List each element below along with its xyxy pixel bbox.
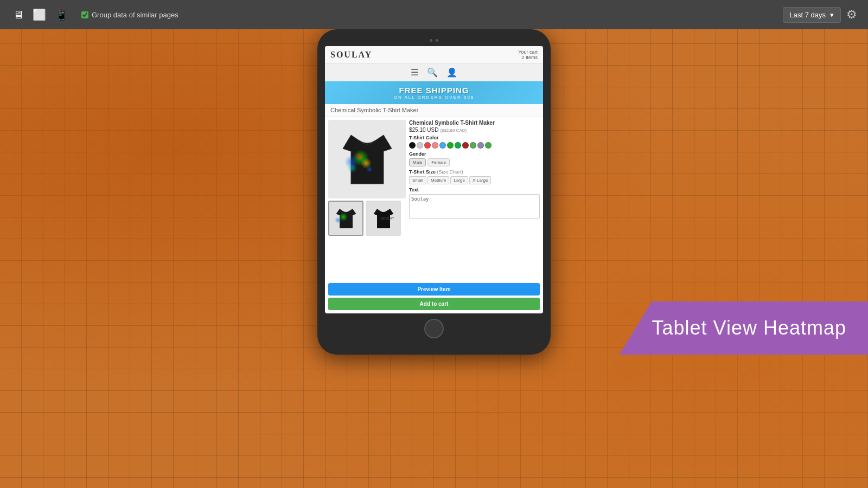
bottom-label-text: Tablet View Heatmap [652, 317, 846, 339]
content-area: SOULAY Your cart 2 Items ☰ 🔍 👤 FREE SHIP… [0, 29, 868, 355]
color-gray[interactable] [417, 142, 423, 149]
tablet-icon[interactable]: ⬜ [30, 6, 48, 23]
gender-male[interactable]: Male [409, 158, 426, 166]
gender-buttons: Male Female [409, 158, 540, 166]
toolbar-right: Last 7 days ▾ ⚙ [783, 7, 858, 23]
size-chart-link[interactable]: (Size Chart) [437, 169, 463, 175]
tablet-home-button[interactable] [424, 319, 444, 338]
text-area-wrap: Soulay [409, 194, 540, 220]
mobile-icon[interactable]: 📱 [53, 6, 71, 23]
add-to-cart-button[interactable]: Add to cart [328, 298, 540, 310]
tablet-device-frame: SOULAY Your cart 2 Items ☰ 🔍 👤 FREE SHIP… [317, 29, 551, 355]
color-swatches [409, 142, 540, 149]
product-image-column: SOULAY [325, 117, 409, 281]
shipping-banner: FREE SHIPPING ON ALL ORDERS OVER 60$ [325, 81, 543, 104]
tablet-camera [430, 39, 438, 42]
camera-dot-1 [430, 39, 432, 42]
size-buttons: Small Medium Large X-Large [409, 176, 540, 184]
chevron-down-icon: ▾ [830, 11, 834, 19]
color-lightgreen[interactable] [470, 142, 476, 149]
color-green[interactable] [447, 142, 454, 149]
group-data-label: Group data of similar pages [92, 11, 178, 19]
cart-item-count: 2 Items [518, 55, 538, 60]
settings-icon[interactable]: ⚙ [846, 8, 857, 22]
color-black[interactable] [409, 142, 416, 149]
tshirt-svg [340, 130, 394, 189]
cart-info: Your cart 2 Items [518, 49, 538, 60]
site-nav: ☰ 🔍 👤 [325, 64, 543, 81]
gender-female[interactable]: Female [427, 158, 450, 166]
group-data-checkbox-group: Group data of similar pages [81, 11, 178, 19]
tablet-screen: SOULAY Your cart 2 Items ☰ 🔍 👤 FREE SHIP… [325, 46, 543, 313]
device-toggle-group: 🖥 ⬜ 📱 [11, 6, 71, 23]
color-blue[interactable] [439, 142, 446, 149]
text-input[interactable]: Soulay [409, 194, 540, 219]
site-logo: SOULAY [330, 50, 372, 60]
thumbnail-1[interactable] [328, 201, 363, 236]
group-data-checkbox[interactable] [81, 11, 88, 18]
preview-item-button[interactable]: Preview Item [328, 283, 540, 296]
price-usd: $25.10 USD [409, 127, 438, 133]
bottom-label: Tablet View Heatmap [619, 301, 868, 355]
site-header: SOULAY Your cart 2 Items [325, 46, 543, 64]
banner-subtitle: ON ALL ORDERS OVER 60$ [330, 95, 538, 100]
date-range-label: Last 7 days [790, 11, 826, 19]
product-name: Chemical Symbolic T-Shirt Maker [409, 120, 540, 126]
main-product-image [328, 120, 406, 198]
user-icon[interactable]: 👤 [446, 67, 457, 78]
desktop-icon[interactable]: 🖥 [11, 7, 26, 23]
action-buttons: Preview Item Add to cart [325, 281, 543, 313]
camera-dot-2 [436, 39, 438, 42]
product-area: SOULAY Chemical Symbolic T-Shirt Maker $… [325, 117, 543, 281]
product-price: $25.10 USD ($32.86 CAD) [409, 127, 540, 133]
gender-label: Gender [409, 151, 540, 157]
svg-text:SOULAY: SOULAY [380, 216, 394, 220]
size-large[interactable]: Large [450, 176, 468, 184]
date-range-select[interactable]: Last 7 days ▾ [783, 7, 841, 23]
color-medgreen[interactable] [485, 142, 492, 149]
color-darkred[interactable] [462, 142, 469, 149]
toolbar: 🖥 ⬜ 📱 Group data of similar pages Last 7… [0, 0, 868, 29]
size-label: T-Shirt Size (Size Chart) [409, 169, 540, 175]
size-xlarge[interactable]: X-Large [469, 176, 491, 184]
banner-title: FREE SHIPPING [330, 86, 538, 95]
thumbnail-row: SOULAY [328, 201, 406, 236]
size-medium[interactable]: Medium [427, 176, 449, 184]
color-red[interactable] [424, 142, 431, 149]
price-cad: ($32.86 CAD) [440, 128, 467, 133]
color-teal[interactable] [455, 142, 461, 149]
size-small[interactable]: Small [409, 176, 426, 184]
color-purple[interactable] [477, 142, 484, 149]
menu-icon[interactable]: ☰ [411, 67, 418, 78]
text-label: Text [409, 187, 540, 192]
thumbnail-2[interactable]: SOULAY [366, 201, 401, 236]
color-label: T-Shirt Color [409, 135, 540, 140]
color-pink[interactable] [432, 142, 438, 149]
product-title-bar: Chemical Symbolic T-Shirt Maker [325, 104, 543, 117]
cart-label: Your cart [518, 49, 538, 55]
search-icon[interactable]: 🔍 [427, 67, 438, 78]
product-details: Chemical Symbolic T-Shirt Maker $25.10 U… [409, 117, 543, 281]
